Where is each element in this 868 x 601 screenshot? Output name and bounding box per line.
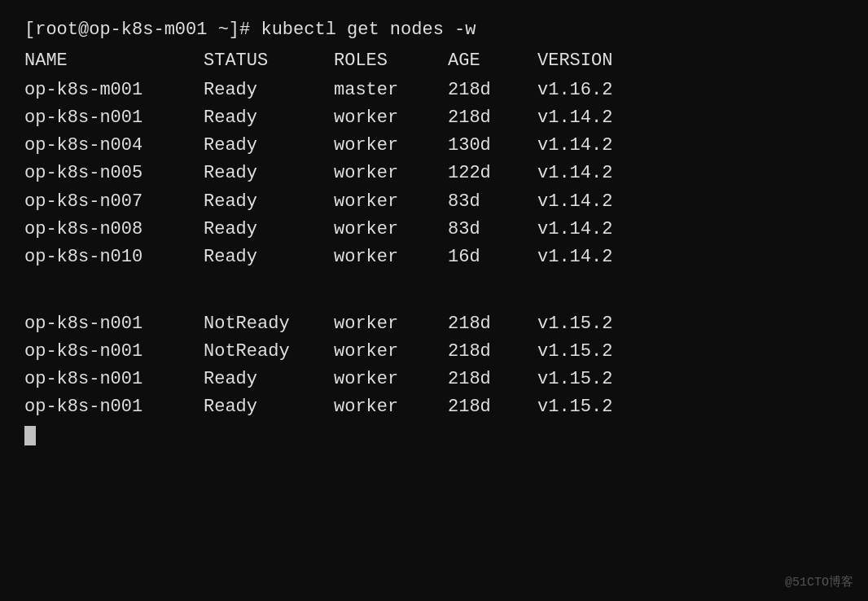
cell-name: op-k8s-n007 [24, 188, 204, 216]
table-row: op-k8s-m001 Ready master 218d v1.16.2 [24, 77, 844, 104]
cell-version: v1.14.2 [537, 188, 651, 216]
cell-status: Ready [204, 77, 334, 104]
header-roles: ROLES [334, 47, 448, 75]
table-header: NAME STATUS ROLES AGE VERSION [24, 47, 844, 75]
cell-age: 218d [448, 77, 537, 104]
prompt-line: [root@op-k8s-m001 ~]# kubectl get nodes … [24, 16, 844, 44]
cell-roles: worker [334, 132, 448, 160]
cell-roles: worker [334, 104, 448, 132]
cell-name: op-k8s-n001 [24, 338, 204, 366]
cell-roles: worker [334, 338, 448, 366]
cell-version: v1.14.2 [537, 104, 651, 132]
cell-age: 83d [448, 216, 537, 243]
header-version: VERSION [537, 47, 651, 75]
table-row: op-k8s-n008 Ready worker 83d v1.14.2 [24, 216, 844, 243]
table-row: op-k8s-n001 NotReady worker 218d v1.15.2 [24, 310, 844, 338]
cell-status: Ready [204, 104, 334, 132]
header-name: NAME [24, 47, 204, 75]
cell-status: Ready [204, 216, 334, 243]
cell-name: op-k8s-n001 [24, 310, 204, 338]
cell-name: op-k8s-n001 [24, 366, 204, 393]
cell-name: op-k8s-n004 [24, 132, 204, 160]
table-row: op-k8s-n001 NotReady worker 218d v1.15.2 [24, 338, 844, 366]
cell-age: 218d [448, 338, 537, 366]
cell-name: op-k8s-n005 [24, 160, 204, 187]
cell-name: op-k8s-n001 [24, 393, 204, 421]
cell-status: Ready [204, 393, 334, 421]
cell-version: v1.14.2 [537, 132, 651, 160]
terminal-window: [root@op-k8s-m001 ~]# kubectl get nodes … [0, 0, 868, 465]
cell-status: NotReady [204, 338, 334, 366]
cell-version: v1.15.2 [537, 393, 651, 421]
cell-roles: worker [334, 393, 448, 421]
cell-status: NotReady [204, 310, 334, 338]
cell-roles: worker [334, 188, 448, 216]
cell-age: 16d [448, 243, 537, 271]
cursor-line [24, 421, 844, 449]
table-row: op-k8s-n001 Ready worker 218d v1.14.2 [24, 104, 844, 132]
watch-rows: op-k8s-n001 NotReady worker 218d v1.15.2… [24, 310, 844, 421]
cell-status: Ready [204, 188, 334, 216]
table-row: op-k8s-n005 Ready worker 122d v1.14.2 [24, 160, 844, 187]
cell-name: op-k8s-n008 [24, 216, 204, 243]
cell-roles: worker [334, 366, 448, 393]
cell-roles: master [334, 77, 448, 104]
cell-roles: worker [334, 310, 448, 338]
cell-name: op-k8s-m001 [24, 77, 204, 104]
table-row: op-k8s-n004 Ready worker 130d v1.14.2 [24, 132, 844, 160]
cell-age: 218d [448, 104, 537, 132]
cell-age: 218d [448, 366, 537, 393]
cell-version: v1.15.2 [537, 338, 651, 366]
header-age: AGE [448, 47, 537, 75]
table-row: op-k8s-n007 Ready worker 83d v1.14.2 [24, 188, 844, 216]
cell-status: Ready [204, 243, 334, 271]
cell-version: v1.15.2 [537, 310, 651, 338]
cell-age: 130d [448, 132, 537, 160]
cell-status: Ready [204, 160, 334, 187]
table-row: op-k8s-n001 Ready worker 218d v1.15.2 [24, 393, 844, 421]
cell-status: Ready [204, 366, 334, 393]
cell-version: v1.14.2 [537, 243, 651, 271]
cell-name: op-k8s-n010 [24, 243, 204, 271]
cell-name: op-k8s-n001 [24, 104, 204, 132]
spacer [24, 271, 844, 310]
header-status: STATUS [204, 47, 334, 75]
cell-roles: worker [334, 243, 448, 271]
watermark: @51CTO博客 [785, 574, 853, 590]
cell-version: v1.14.2 [537, 160, 651, 187]
cell-version: v1.14.2 [537, 216, 651, 243]
table-row: op-k8s-n010 Ready worker 16d v1.14.2 [24, 243, 844, 271]
table-row: op-k8s-n001 Ready worker 218d v1.15.2 [24, 366, 844, 393]
cell-age: 122d [448, 160, 537, 187]
initial-rows: op-k8s-m001 Ready master 218d v1.16.2 op… [24, 77, 844, 271]
cell-version: v1.16.2 [537, 77, 651, 104]
cell-age: 218d [448, 310, 537, 338]
cell-age: 218d [448, 393, 537, 421]
cell-status: Ready [204, 132, 334, 160]
cell-age: 83d [448, 188, 537, 216]
cell-roles: worker [334, 160, 448, 187]
terminal-cursor [24, 426, 36, 445]
cell-roles: worker [334, 216, 448, 243]
cell-version: v1.15.2 [537, 366, 651, 393]
